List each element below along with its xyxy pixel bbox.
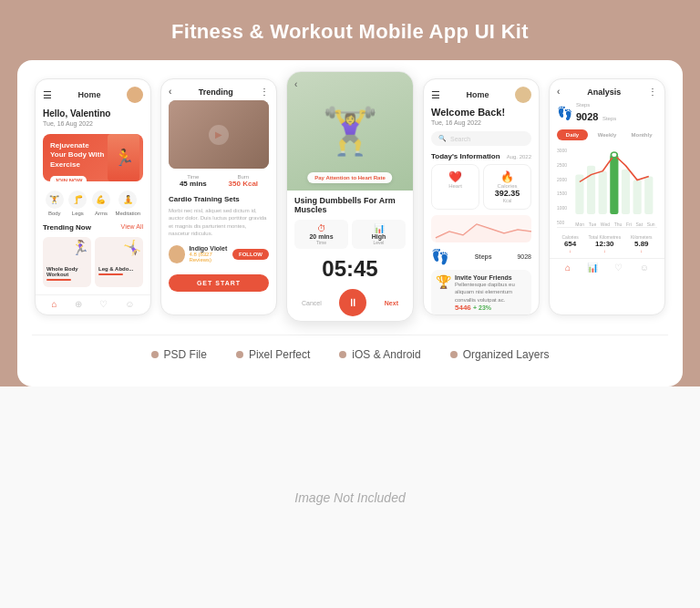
- svg-rect-2: [599, 171, 607, 214]
- home-nav-icon[interactable]: ⌂: [52, 299, 57, 309]
- back-icon-p5[interactable]: ‹: [557, 87, 560, 97]
- workout-cards: 🏃‍♀️ Whole Body Workout 🤸‍♀️ Leg & Abdo.…: [36, 233, 150, 291]
- join-button[interactable]: JOIN NOW: [50, 176, 87, 181]
- feature-layers: Organized Layers: [450, 348, 550, 361]
- km-stat-value: 12:30: [595, 240, 613, 248]
- x-mon: Mon: [575, 222, 584, 227]
- page-wrapper: Fitness & Workout Mobile App UI Kit ☰ Ho…: [0, 0, 700, 608]
- p5-title: Analysis: [587, 88, 621, 97]
- footer-text: Image Not Included: [294, 490, 405, 505]
- feature-psd: PSD File: [151, 348, 207, 361]
- phones-row: ☰ Home Hello, Valentino Tue, 16 Aug 2022…: [32, 78, 668, 322]
- workout-card-2[interactable]: 🤸‍♀️ Leg & Abdo...: [95, 237, 143, 287]
- analysis-chart: 3000 2500 2000 1500 1000 500: [557, 146, 657, 228]
- y-1000: 1000: [557, 205, 567, 211]
- kcal-unit: Kcal: [503, 198, 512, 203]
- trending-header: Trending Now View All: [36, 222, 150, 233]
- svg-rect-4: [622, 170, 630, 214]
- level-icon: 📊: [374, 223, 385, 233]
- legs-label: Legs: [72, 211, 84, 216]
- home-nav-p5[interactable]: ⌂: [565, 263, 571, 273]
- calories-metric: 🔥 Calories 392.35 Kcal: [483, 164, 531, 210]
- footer-area: Image Not Included: [0, 386, 700, 608]
- feature-pixel: Pixel Perfect: [236, 348, 310, 361]
- trainer-rating: 4.8 (8327 Reviews): [189, 252, 232, 263]
- steps-icon-p5: 👣: [557, 106, 572, 120]
- category-icons: 🏋 Body 🦵 Legs 💪 Arms 🧘 Meditation: [36, 185, 150, 222]
- x-tue: Tue: [589, 222, 596, 227]
- svg-rect-1: [587, 166, 595, 214]
- arms-icon-item[interactable]: 💪 Arms: [92, 191, 110, 216]
- x-sat: Sat: [636, 222, 643, 227]
- tab-daily[interactable]: Daily: [557, 129, 588, 140]
- meditation-icon-item[interactable]: 🧘 Meditation: [116, 191, 141, 216]
- time-val: 20 mins: [309, 233, 333, 240]
- km-stat: Total Kilometres 12:30 ↓: [589, 234, 622, 253]
- level-val: High: [372, 233, 386, 240]
- bottom-nav: ⌂ ⊕ ♡ ☺: [36, 294, 150, 313]
- search-placeholder: Search: [450, 136, 470, 142]
- arms-icon: 💪: [92, 191, 110, 209]
- time-icon: ⏱: [317, 223, 326, 233]
- back-icon-p3[interactable]: ‹: [294, 79, 297, 89]
- workout-card-1[interactable]: 🏃‍♀️ Whole Body Workout: [43, 237, 91, 287]
- profile-nav-p5[interactable]: ☺: [640, 263, 649, 273]
- steps-data: Steps 9028 Steps: [576, 102, 616, 124]
- feature-dot-psd: [151, 351, 159, 358]
- follow-button[interactable]: FOLLOW: [232, 249, 269, 260]
- feature-dot-ios: [339, 351, 346, 358]
- calories-icon: 🔥: [500, 170, 514, 183]
- time-unit: Time: [316, 240, 326, 245]
- svg-point-7: [611, 152, 617, 158]
- heart-label: Heart: [448, 183, 462, 189]
- trophy-title: Invite Your Friends: [455, 274, 527, 281]
- steps-icon: 👣: [431, 248, 449, 265]
- heart-nav-p5[interactable]: ♡: [614, 263, 623, 273]
- trophy-icon: 🏆: [436, 274, 451, 289]
- level-info-box: 📊 High Level: [352, 220, 406, 249]
- p2-header: ‹ Trending ⋮: [161, 79, 276, 100]
- search-nav-icon[interactable]: ⊕: [75, 299, 82, 309]
- kcal-value: 392.35: [495, 189, 520, 198]
- chart-nav-p5[interactable]: 📊: [587, 263, 598, 273]
- steps-value-row: 9028 Steps: [576, 108, 616, 124]
- cancel-button[interactable]: Cancel: [302, 300, 322, 306]
- info-section-header: Today's Information Aug. 2022: [424, 149, 539, 162]
- km-stat-delta: ↓: [603, 248, 606, 253]
- video-thumbnail[interactable]: ▶: [169, 100, 269, 169]
- phone-1: ☰ Home Hello, Valentino Tue, 16 Aug 2022…: [35, 78, 151, 315]
- banner-figure: 🏃: [108, 134, 139, 181]
- tab-monthly[interactable]: Monthly: [626, 129, 657, 140]
- heart-nav-icon[interactable]: ♡: [99, 299, 108, 309]
- more-icon-p5[interactable]: ⋮: [648, 87, 657, 97]
- back-icon[interactable]: ‹: [169, 87, 171, 97]
- trophy-desc: Pellentesque dapibus eu aliquam nisi ele…: [455, 281, 527, 304]
- search-bar[interactable]: 🔍 Search: [431, 131, 531, 146]
- y-500: 500: [557, 220, 567, 225]
- trainer-info: Indigo Violet 4.8 (8327 Reviews): [169, 245, 232, 263]
- body-icon-item[interactable]: 🏋 Body: [46, 191, 64, 216]
- phone-4: ☰ Home Welcome Back! Tue, 16 Aug 2022 🔍 …: [423, 78, 540, 315]
- p4-title: Home: [466, 90, 489, 99]
- legs-icon-item[interactable]: 🦵 Legs: [68, 191, 87, 216]
- profile-nav-icon[interactable]: ☺: [125, 299, 134, 309]
- kilometers-stat-delta: ↓: [641, 248, 643, 253]
- exercise-title: Using Dumbbells For Arm Muscles: [287, 191, 413, 216]
- next-button[interactable]: Next: [385, 300, 398, 306]
- view-all-link[interactable]: View All: [121, 223, 143, 232]
- welcome-text: Welcome Back!: [424, 105, 539, 119]
- trainer-avatar: [169, 245, 185, 263]
- burn-value: 350 Kcal: [229, 180, 258, 188]
- svg-rect-6: [644, 177, 653, 214]
- timer-actions: Cancel ⏸ Next: [287, 285, 413, 320]
- start-button[interactable]: GET START: [169, 274, 269, 292]
- metrics-row: ❤️ Heart 🔥 Calories 392.35 Kcal: [424, 162, 539, 211]
- more-icon[interactable]: ⋮: [260, 87, 269, 97]
- workout-figure-1: 🏃‍♀️: [71, 239, 89, 256]
- burn-value-colored: 350 Kcal: [229, 180, 258, 188]
- tab-weekly[interactable]: Weekly: [592, 129, 623, 140]
- heart-rate-badge: Pay Attention to Heart Rate: [307, 172, 392, 183]
- calories-stat-value: 654: [564, 240, 576, 248]
- pause-button[interactable]: ⏸: [339, 289, 366, 316]
- exercise-info: ⏱ 20 mins Time 📊 High Level: [287, 216, 413, 252]
